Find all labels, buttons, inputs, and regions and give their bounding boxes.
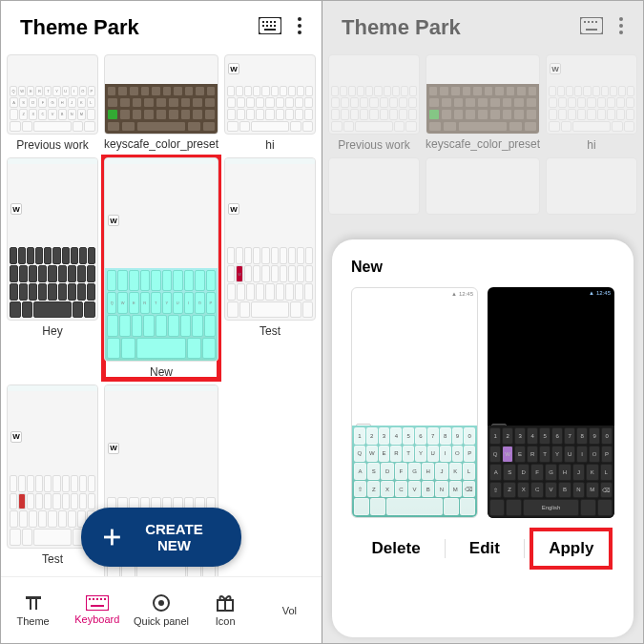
more-icon[interactable] [297, 16, 302, 39]
svg-point-26 [158, 600, 164, 606]
app-title: Theme Park [342, 15, 461, 40]
svg-point-37 [619, 31, 623, 34]
preview-light: ▲12:45 W 1234567890QWERTYUIOPASDFGHJKL⇧Z… [351, 287, 478, 518]
svg-rect-4 [274, 21, 276, 23]
theme-item[interactable]: W Hey [7, 157, 98, 379]
theme-label: Test [260, 324, 280, 338]
svg-rect-8 [274, 25, 276, 27]
svg-rect-31 [588, 21, 590, 23]
theme-item[interactable]: W A [104, 384, 218, 606]
nav-volume[interactable]: Vol [258, 577, 322, 643]
theme-label: New [150, 365, 173, 379]
svg-rect-19 [89, 598, 91, 600]
sheet-title: New [351, 259, 614, 276]
delete-button[interactable]: Delete [355, 530, 438, 568]
header: Theme Park [1, 1, 322, 54]
keyboard-icon [580, 17, 603, 38]
nav-theme[interactable]: Theme [1, 577, 65, 643]
svg-rect-16 [30, 599, 31, 610]
svg-rect-34 [586, 29, 597, 31]
svg-point-35 [619, 17, 623, 21]
nav-keyboard[interactable]: Keyboard [65, 577, 129, 643]
svg-rect-28 [224, 600, 226, 611]
create-new-button[interactable]: CREATE NEW [81, 508, 241, 567]
theme-item[interactable]: W hi [224, 54, 316, 152]
theme-label: hi [265, 138, 274, 152]
keyboard-icon [86, 595, 109, 611]
plus-icon [104, 529, 120, 546]
svg-rect-20 [93, 598, 94, 600]
svg-rect-29 [580, 17, 603, 34]
svg-rect-6 [266, 25, 268, 27]
theme-item[interactable]: QWERTYUIOPASDFGHJKLZXCVBNM Previous work [7, 54, 98, 152]
svg-rect-30 [584, 21, 586, 23]
svg-rect-7 [270, 25, 272, 27]
theme-label: keyscafe_color_preset [104, 138, 218, 151]
theme-icon [24, 593, 43, 613]
more-icon [618, 16, 624, 39]
keyboard-icon[interactable] [259, 17, 281, 38]
divider [445, 539, 446, 558]
theme-grid-dimmed: Previous work keyscafe_color_preset Whi [322, 54, 643, 215]
svg-rect-33 [595, 21, 597, 23]
nav-quick-panel[interactable]: Quick panel [129, 577, 193, 643]
svg-point-11 [298, 24, 301, 28]
apply-button[interactable]: Apply [531, 530, 611, 568]
svg-rect-15 [26, 596, 41, 599]
svg-rect-21 [96, 598, 98, 600]
bottom-nav: Theme Keyboard Quick panel Icon Vol [1, 576, 322, 643]
gift-icon [216, 593, 235, 613]
theme-item[interactable]: W Test [7, 384, 98, 606]
gear-icon [152, 593, 171, 613]
theme-label: Test [42, 552, 63, 566]
theme-label: Hey [42, 324, 62, 338]
svg-rect-23 [104, 598, 106, 600]
svg-rect-18 [86, 595, 109, 611]
app-title: Theme Park [20, 15, 139, 40]
svg-rect-22 [100, 598, 102, 600]
theme-item-selected[interactable]: WQWERTYUIOP New [104, 157, 218, 379]
divider [524, 539, 525, 558]
svg-rect-24 [91, 605, 104, 607]
theme-item[interactable]: WW Test [224, 157, 316, 379]
svg-rect-2 [266, 21, 268, 23]
theme-label: Previous work [16, 138, 88, 152]
svg-rect-17 [35, 599, 37, 610]
preview-dark: ▲12:45 W 1234567890QWERTYUIOPASDFGHJKL⇧Z… [488, 287, 614, 518]
edit-button[interactable]: Edit [452, 530, 517, 568]
svg-rect-3 [270, 21, 272, 23]
svg-rect-14 [104, 536, 120, 539]
svg-point-36 [619, 24, 623, 28]
header: Theme Park [322, 1, 643, 54]
svg-rect-1 [262, 21, 264, 23]
svg-rect-9 [264, 29, 276, 31]
bottom-sheet: New ▲12:45 W 1234567890QWERTYUIOPASDFGHJ… [332, 239, 634, 637]
nav-icon[interactable]: Icon [194, 577, 258, 643]
svg-point-12 [298, 31, 301, 34]
svg-rect-32 [592, 21, 593, 23]
svg-point-10 [298, 17, 301, 21]
theme-item[interactable]: keyscafe_color_preset [104, 54, 218, 152]
svg-rect-5 [262, 25, 264, 27]
